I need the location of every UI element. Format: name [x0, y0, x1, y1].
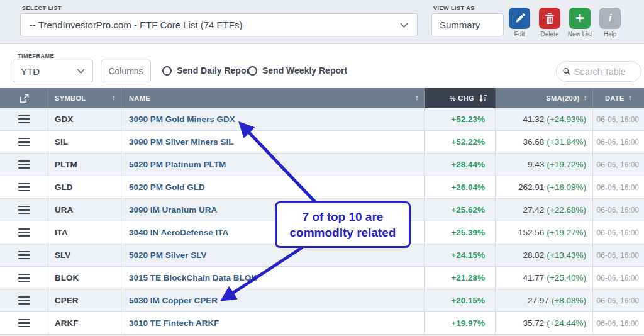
sma-cell: 41.32 (+24.93%) — [496, 108, 593, 130]
sma-cell: 152.56 (+19.27%) — [496, 221, 593, 244]
edit-button[interactable] — [509, 8, 530, 29]
row-menu-button[interactable] — [0, 312, 48, 334]
row-menu-button[interactable] — [0, 131, 48, 153]
table-row: ARKF 3010 TE Fintech ARKF +19.97% 35.72 … — [0, 312, 644, 335]
sma-pct-change: (+31.84%) — [547, 137, 586, 147]
table-row: GLD 5020 PM Gold GLD +26.04% 262.91 (+16… — [0, 176, 644, 199]
new-list-button[interactable]: + — [569, 8, 591, 29]
pct-chg-cell: +24.15% — [425, 244, 496, 266]
sma-pct-change: (+16.08%) — [547, 182, 586, 192]
sma-value: 27.42 — [523, 205, 545, 215]
menu-icon — [18, 160, 30, 169]
sma-value: 28.82 — [523, 250, 545, 260]
name-link[interactable]: 3010 TE Fintech ARKF — [121, 312, 425, 334]
sma-pct-change: (+24.44%) — [547, 318, 586, 328]
pct-chg-cell: +52.22% — [425, 131, 496, 153]
symbol-cell: URA — [48, 199, 121, 221]
sort-icon: ▲▼ — [112, 95, 116, 101]
name-link[interactable]: 3015 TE BlockChain Data BLOK — [121, 267, 425, 289]
column-header-sma200[interactable]: SMA(200) ▲▼ — [496, 88, 593, 108]
sma-value: 9.43 — [528, 160, 544, 169]
row-menu-button[interactable] — [0, 108, 48, 130]
column-header-date[interactable]: DATE ▲▼ — [593, 88, 644, 108]
sma-pct-change: (+8.08%) — [552, 296, 586, 305]
list-select-value: -- TrendInvestorPro.com - ETF Core List … — [30, 20, 242, 30]
pencil-icon — [514, 13, 525, 24]
name-link[interactable]: 5020 PM Platinum PLTM — [121, 154, 425, 176]
timeframe-dropdown[interactable]: YTD — [13, 60, 93, 82]
sma-value: 35.72 — [523, 318, 545, 328]
sma-value: 41.32 — [523, 115, 545, 124]
row-menu-button[interactable] — [0, 176, 48, 198]
sma-cell: 27.42 (+22.68%) — [496, 199, 593, 221]
timeframe-label: TIMEFRAME — [18, 53, 54, 59]
sma-cell: 27.97 (+8.08%) — [496, 289, 593, 311]
sma-pct-change: (+22.68%) — [547, 205, 586, 215]
search-input[interactable] — [574, 67, 635, 77]
symbol-cell: SIL — [48, 131, 121, 153]
sma-cell: 36.68 (+31.84%) — [496, 131, 593, 153]
row-menu-button[interactable] — [0, 199, 48, 221]
columns-button[interactable]: Columns — [101, 60, 151, 82]
sma-pct-change: (+19.27%) — [547, 228, 586, 237]
view-list-as-label: VIEW LIST AS — [433, 5, 475, 11]
delete-button[interactable] — [539, 8, 560, 29]
column-header-symbol[interactable]: SYMBOL ▲▼ — [48, 88, 121, 108]
row-menu-button[interactable] — [0, 154, 48, 176]
sma-value: 152.56 — [518, 228, 544, 237]
open-chart-column-header[interactable] — [0, 88, 48, 108]
date-cell: 06-06, 16:00 — [593, 131, 644, 153]
date-cell: 06-06, 16:00 — [593, 176, 644, 198]
view-list-as-select[interactable]: Summary — [431, 13, 504, 36]
send-daily-report-radio[interactable]: Send Daily Report — [162, 65, 253, 76]
toolbar: TIMEFRAME YTD Columns Send Daily Report … — [0, 44, 644, 88]
table-row: BLOK 3015 TE BlockChain Data BLOK +21.28… — [0, 267, 644, 289]
row-menu-button[interactable] — [0, 244, 48, 266]
row-menu-button[interactable] — [0, 289, 48, 311]
pct-chg-cell: +28.44% — [425, 154, 496, 176]
column-header-pct-chg[interactable]: % CHG — [425, 88, 496, 108]
radio-icon — [248, 66, 257, 76]
plus-icon: + — [575, 9, 584, 27]
menu-icon — [18, 228, 30, 237]
sma-pct-change: (+25.40%) — [547, 273, 586, 283]
sma-cell: 28.82 (+13.43%) — [496, 244, 593, 266]
search-table-field[interactable] — [556, 61, 641, 82]
sort-icon: ▲▼ — [628, 95, 632, 101]
name-link[interactable]: 5020 PM Gold GLD — [121, 176, 425, 198]
date-cell: 06-06, 16:00 — [593, 244, 644, 266]
row-menu-button[interactable] — [0, 221, 48, 244]
name-link[interactable]: 3090 PM Gold Miners GDX — [121, 108, 425, 130]
name-link[interactable]: 5030 IM Copper CPER — [121, 289, 425, 311]
sma-cell: 9.43 (+19.72%) — [496, 154, 593, 176]
table-row: SIL 3090 PM Silver Miners SIL +52.22% 36… — [0, 131, 644, 154]
date-cell: 06-06, 16:00 — [593, 312, 644, 334]
column-header-name[interactable]: NAME ▲▼ — [121, 88, 425, 108]
list-action-buttons: Edit Delete + New List i Help — [508, 8, 621, 38]
row-menu-button[interactable] — [0, 267, 48, 289]
menu-icon — [18, 115, 30, 124]
menu-icon — [18, 296, 30, 305]
table-header-row: SYMBOL ▲▼ NAME ▲▼ % CHG SMA(200) ▲▼ DATE… — [0, 88, 644, 108]
list-select-dropdown[interactable]: -- TrendInvestorPro.com - ETF Core List … — [20, 13, 418, 36]
symbol-cell: SLV — [48, 244, 121, 266]
date-cell: 06-06, 16:00 — [593, 199, 644, 221]
menu-icon — [18, 206, 30, 215]
sort-icon: ▲▼ — [415, 95, 419, 101]
pct-chg-cell: +20.15% — [425, 289, 496, 311]
pct-chg-cell: +26.04% — [425, 176, 496, 198]
sma-cell: 262.91 (+16.08%) — [496, 176, 593, 198]
table-row: CPER 5030 IM Copper CPER +20.15% 27.97 (… — [0, 289, 644, 312]
help-button[interactable]: i — [599, 8, 621, 29]
timeframe-value: YTD — [21, 66, 40, 77]
annotation-line2: commodity related — [290, 225, 396, 240]
info-icon: i — [609, 12, 612, 25]
send-daily-report-label: Send Daily Report — [177, 65, 253, 76]
sort-icon: ▲▼ — [584, 95, 587, 101]
pct-chg-cell: +21.28% — [425, 267, 496, 289]
name-link[interactable]: 3090 PM Silver Miners SIL — [121, 131, 425, 153]
menu-icon — [18, 274, 30, 283]
send-weekly-report-radio[interactable]: Send Weekly Report — [248, 65, 347, 76]
menu-icon — [18, 251, 30, 260]
chevron-down-icon — [400, 23, 408, 28]
